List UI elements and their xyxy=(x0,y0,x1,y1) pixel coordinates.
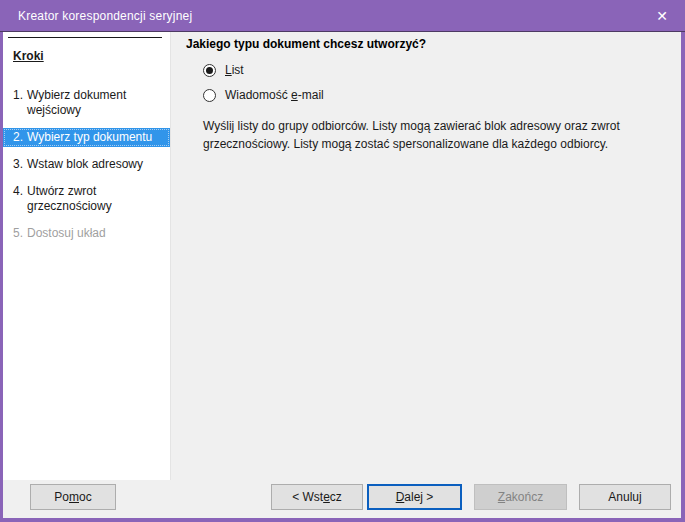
help-button[interactable]: Pomoc xyxy=(30,484,116,510)
steps-heading: Kroki xyxy=(13,49,170,63)
steps-list: 1. Wybierz dokument wejściowy 2. Wybierz… xyxy=(3,86,170,243)
cancel-button[interactable]: Anuluj xyxy=(579,484,671,510)
finish-button: Zakończ xyxy=(474,484,567,510)
close-icon: ✕ xyxy=(656,8,668,24)
step-item-select-document-type[interactable]: 2. Wybierz typ dokumentu xyxy=(3,128,170,147)
next-button[interactable]: Dalej > xyxy=(367,484,462,510)
wizard-page-content: Jakiego typu dokument chcesz utworzyć? L… xyxy=(171,32,681,480)
titlebar[interactable]: Kreator korespondencji seryjnej ✕ xyxy=(0,0,685,32)
step-label: Utwórz zwrot grzecznościowy xyxy=(27,184,168,214)
steps-sidebar: Kroki 1. Wybierz dokument wejściowy 2. W… xyxy=(3,32,171,480)
button-bar: Pomoc < Wstecz Dalej > Zakończ Anuluj xyxy=(3,480,681,518)
step-label: Wybierz typ dokumentu xyxy=(27,130,168,145)
radio-button-icon[interactable] xyxy=(203,64,216,77)
step-label: Wybierz dokument wejściowy xyxy=(27,88,168,118)
step-label: Dostosuj układ xyxy=(27,226,168,241)
back-button[interactable]: < Wstecz xyxy=(271,484,363,510)
document-type-description: Wyślij listy do grupy odbiorców. Listy m… xyxy=(203,117,665,153)
roadmap-divider xyxy=(8,37,162,38)
step-item-create-salutation[interactable]: 4. Utwórz zwrot grzecznościowy xyxy=(3,182,170,216)
radio-email[interactable]: Wiadomość e-mail xyxy=(203,88,665,102)
close-button[interactable]: ✕ xyxy=(639,0,685,31)
step-item-insert-address-block[interactable]: 3. Wstaw blok adresowy xyxy=(3,155,170,174)
mail-merge-wizard-dialog: Kreator korespondencji seryjnej ✕ Kroki … xyxy=(0,0,685,522)
radio-button-icon[interactable] xyxy=(203,89,216,102)
step-item-adjust-layout: 5. Dostosuj układ xyxy=(3,224,170,243)
page-title: Jakiego typu dokument chcesz utworzyć? xyxy=(186,37,665,51)
step-item-choose-starting-document[interactable]: 1. Wybierz dokument wejściowy xyxy=(3,86,170,120)
radio-letter-label[interactable]: List xyxy=(225,63,244,77)
radio-email-label[interactable]: Wiadomość e-mail xyxy=(225,88,324,102)
radio-letter[interactable]: List xyxy=(203,63,665,77)
window-title: Kreator korespondencji seryjnej xyxy=(0,9,639,23)
step-label: Wstaw blok adresowy xyxy=(27,157,168,172)
